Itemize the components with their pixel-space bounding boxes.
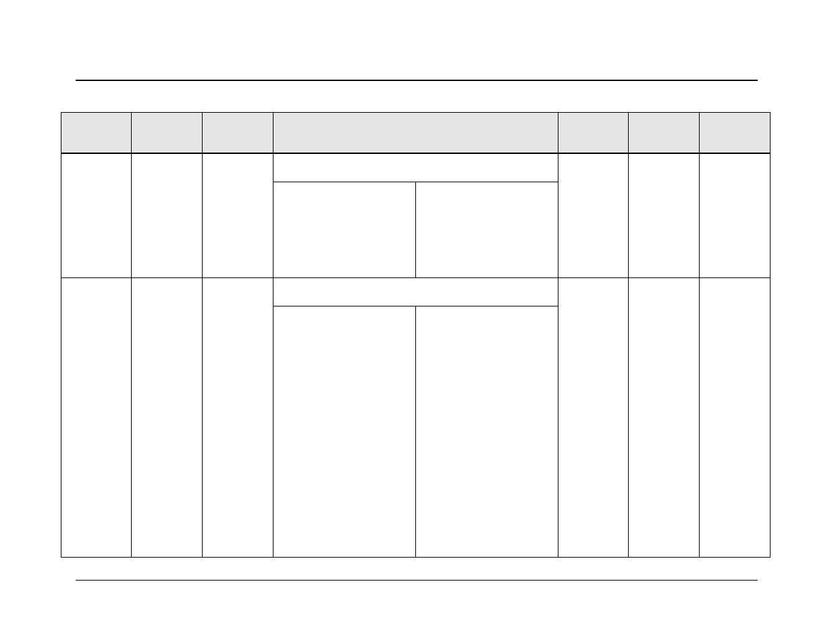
nested-group-columns: [273, 306, 558, 557]
nested-group-left: [273, 306, 416, 557]
table-row: [61, 153, 771, 278]
col-header-1: [61, 113, 132, 153]
cell-group: [273, 277, 558, 557]
nested-group: [273, 278, 558, 557]
col-header-7: [700, 113, 771, 153]
cell: [629, 277, 700, 557]
table-header-row: [61, 113, 771, 153]
col-header-2: [132, 113, 203, 153]
nested-group-title: [273, 278, 558, 306]
cell: [203, 277, 273, 557]
header-rule: [76, 80, 758, 81]
cell: [61, 277, 132, 557]
table-row: [61, 277, 771, 557]
cell: [132, 153, 203, 278]
cell: [700, 153, 771, 278]
col-header-5: [558, 113, 629, 153]
nested-group-left: [273, 182, 416, 277]
data-table: [61, 112, 771, 558]
cell: [629, 153, 700, 278]
nested-group-right: [416, 306, 558, 557]
cell: [700, 277, 771, 557]
nested-group-columns: [273, 182, 558, 277]
cell: [61, 153, 132, 278]
footer-rule: [76, 580, 758, 581]
cell-group: [273, 153, 558, 278]
col-header-4: [273, 113, 558, 153]
cell: [558, 153, 629, 278]
cell: [132, 277, 203, 557]
col-header-6: [629, 113, 700, 153]
cell: [203, 153, 273, 278]
page: [0, 0, 834, 644]
nested-group-title: [273, 154, 558, 182]
cell: [558, 277, 629, 557]
nested-group: [273, 154, 558, 277]
col-header-3: [203, 113, 273, 153]
nested-group-right: [416, 182, 558, 277]
